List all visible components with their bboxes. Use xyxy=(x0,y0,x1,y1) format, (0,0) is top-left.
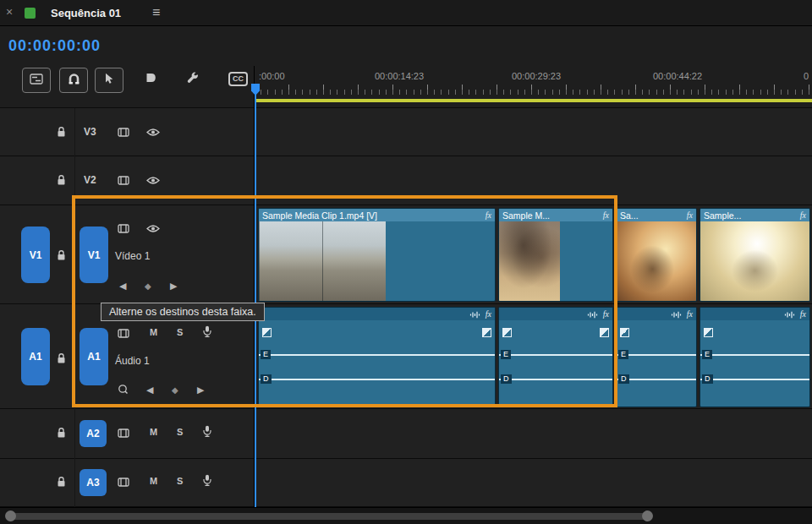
clip-title-bar: Sample M... fx xyxy=(499,209,612,221)
keyframe-add-icon[interactable]: ◆ xyxy=(145,281,151,291)
timeline-settings-button[interactable] xyxy=(186,71,199,87)
track-output-eye-icon[interactable] xyxy=(146,224,160,233)
audio-channel-line xyxy=(700,354,809,356)
solo-button[interactable]: S xyxy=(177,476,183,486)
lock-icon[interactable] xyxy=(56,427,67,439)
zoom-handle-left[interactable] xyxy=(5,510,16,521)
panel-tab-bar: × Sequência 01 ≡ xyxy=(0,0,812,26)
lock-icon[interactable] xyxy=(56,174,67,186)
fx-badge: fx xyxy=(800,210,806,220)
track-target-v1[interactable]: V1 xyxy=(80,227,108,283)
track-target-a2[interactable]: A2 xyxy=(80,420,107,447)
panel-menu-icon[interactable]: ≡ xyxy=(152,5,160,20)
fx-badge: fx xyxy=(486,210,491,220)
track-row-a3: A3 M S xyxy=(0,459,812,507)
mute-button[interactable]: M xyxy=(150,476,157,486)
ruler-label: 00:00:44:22 xyxy=(653,71,702,81)
mute-button[interactable]: M xyxy=(150,327,157,337)
track-name-a1[interactable]: Áudio 1 xyxy=(115,355,150,367)
lock-icon[interactable] xyxy=(56,476,67,488)
keyframe-prev-icon[interactable]: ◀ xyxy=(146,385,153,396)
keyframe-next-icon[interactable]: ▶ xyxy=(170,281,177,292)
audio-channel-line xyxy=(259,379,495,380)
snap-button[interactable] xyxy=(59,68,88,93)
clip-title-bar: Sample... fx xyxy=(700,209,809,221)
fade-handle-icon[interactable] xyxy=(704,328,713,337)
audio-clip[interactable]: fx E D xyxy=(700,307,810,407)
audio-clip[interactable]: fx E D xyxy=(498,307,613,407)
sync-lock-icon[interactable] xyxy=(118,478,129,487)
track-name-v1[interactable]: Vídeo 1 xyxy=(115,250,150,262)
sync-lock-icon[interactable] xyxy=(118,128,129,137)
channel-label-left: E xyxy=(618,350,628,359)
show-keyframes-icon[interactable] xyxy=(118,384,129,395)
ruler-label: 0 xyxy=(804,71,809,81)
voiceover-mic-icon[interactable] xyxy=(202,425,212,437)
track-row-a2: A2 M S xyxy=(0,409,812,459)
playhead[interactable] xyxy=(255,84,256,507)
track-target-a1[interactable]: A1 xyxy=(80,328,108,385)
source-patch-a1[interactable]: A1 xyxy=(21,328,50,385)
linked-selection-button[interactable] xyxy=(95,68,123,93)
keyframe-add-icon[interactable]: ◆ xyxy=(172,385,178,395)
video-clip[interactable]: Sample M... fx xyxy=(498,208,613,302)
magnet-icon xyxy=(68,73,80,89)
horizontal-scrollbar[interactable] xyxy=(7,513,651,520)
audio-clip[interactable]: fx E D xyxy=(616,307,697,407)
nest-icon xyxy=(30,73,43,88)
close-icon[interactable]: × xyxy=(6,5,13,19)
fade-handle-icon[interactable] xyxy=(262,328,272,337)
time-ruler[interactable]: :00:00 00:00:14:23 00:00:29:23 00:00:44:… xyxy=(254,66,812,106)
voiceover-mic-icon[interactable] xyxy=(202,474,212,486)
fade-handle-icon[interactable] xyxy=(620,328,629,337)
panel-tab-title[interactable]: Sequência 01 xyxy=(51,7,121,19)
track-output-eye-icon[interactable] xyxy=(146,176,160,185)
channel-label-left: E xyxy=(261,350,271,359)
sync-lock-icon[interactable] xyxy=(118,428,129,438)
solo-button[interactable]: S xyxy=(177,427,183,437)
channel-label-right: D xyxy=(501,374,512,384)
clip-label: Sample M... xyxy=(502,210,600,221)
track-label-v2: V2 xyxy=(84,174,96,186)
fade-handle-icon[interactable] xyxy=(502,328,512,337)
clip-title-bar: fx xyxy=(259,308,495,320)
clip-title-bar: fx xyxy=(617,308,696,320)
captions-button[interactable]: CC xyxy=(228,72,248,86)
voiceover-mic-icon[interactable] xyxy=(202,325,212,337)
sync-lock-icon[interactable] xyxy=(118,224,129,233)
sync-lock-icon[interactable] xyxy=(118,176,129,185)
ruler-label: 00:00:29:23 xyxy=(512,71,561,81)
fade-handle-icon[interactable] xyxy=(600,328,609,337)
audio-channel-line xyxy=(259,354,495,356)
lock-icon[interactable] xyxy=(56,352,67,364)
fx-badge: fx xyxy=(603,210,609,220)
sync-lock-icon[interactable] xyxy=(118,329,129,338)
video-clip[interactable]: Sample... fx xyxy=(700,208,810,302)
zoom-handle-right[interactable] xyxy=(642,510,653,521)
keyframe-prev-icon[interactable]: ◀ xyxy=(119,281,126,292)
mute-button[interactable]: M xyxy=(150,427,157,437)
track-row-v2: V2 xyxy=(0,156,812,205)
linked-selection-icon xyxy=(103,73,115,88)
fade-handle-icon[interactable] xyxy=(482,328,491,337)
playhead-timecode[interactable]: 00:00:00:00 xyxy=(8,37,101,55)
fx-badge: fx xyxy=(687,210,693,220)
work-area-bar[interactable] xyxy=(254,99,812,102)
lock-icon[interactable] xyxy=(56,249,67,261)
clip-label: Sa... xyxy=(620,210,683,221)
solo-button[interactable]: S xyxy=(177,327,183,337)
track-row-v3: V3 xyxy=(0,108,812,156)
video-clip[interactable]: Sa... fx xyxy=(616,208,697,302)
nest-toggle-button[interactable] xyxy=(22,68,51,93)
keyframe-next-icon[interactable]: ▶ xyxy=(197,385,204,396)
ruler-minor-ticks xyxy=(254,90,812,95)
source-patch-v1[interactable]: V1 xyxy=(21,227,50,283)
header-column-divider xyxy=(74,108,75,507)
audio-clip[interactable]: fx E D xyxy=(258,307,496,407)
track-target-a3[interactable]: A3 xyxy=(80,469,107,496)
add-marker-button[interactable] xyxy=(145,71,156,86)
lock-icon[interactable] xyxy=(56,126,67,138)
video-clip[interactable]: Sample Media Clip 1.mp4 [V] fx xyxy=(258,208,496,302)
ruler-label: :00:00 xyxy=(259,71,285,81)
track-output-eye-icon[interactable] xyxy=(146,128,160,137)
